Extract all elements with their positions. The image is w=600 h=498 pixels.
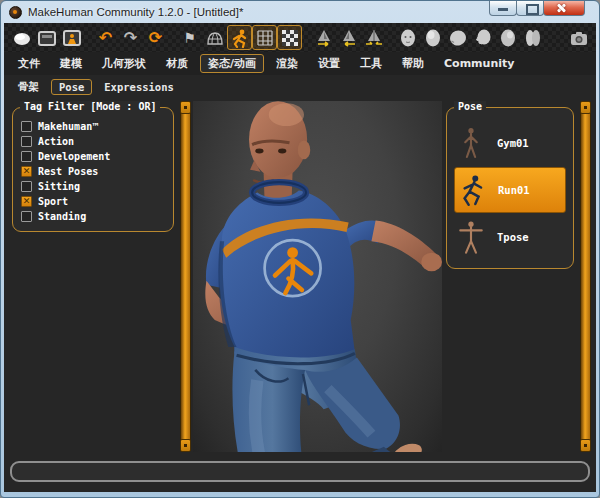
symmetry-icon xyxy=(364,28,384,48)
tag-filter-option-action[interactable]: ✕ Action xyxy=(20,134,166,149)
grid-toggle-icon xyxy=(255,28,275,48)
symmetry-right-button[interactable] xyxy=(311,25,336,50)
ears-icon xyxy=(523,28,543,48)
left-panel-slider[interactable] xyxy=(180,101,191,452)
reset-icon: ⟳ xyxy=(149,30,162,46)
pose-thumbnail-gym01-icon xyxy=(457,122,485,164)
redo-icon: ↷ xyxy=(124,30,137,46)
undo-icon: ↶ xyxy=(99,30,112,46)
slider-handle-icon[interactable] xyxy=(180,101,191,114)
pose-panel-title: Pose xyxy=(454,101,486,112)
pose-toggle-button[interactable] xyxy=(227,25,252,50)
face-front-icon xyxy=(398,28,418,48)
checkbox-icon[interactable]: ✕ xyxy=(21,166,32,177)
pose-item-tpose[interactable]: Tpose xyxy=(454,214,566,260)
viewport-3d[interactable] xyxy=(193,101,442,452)
status-area xyxy=(4,455,596,492)
progress-bar xyxy=(10,461,590,482)
tag-filter-option-developement[interactable]: ✕ Developement xyxy=(20,149,166,164)
window-title: MakeHuman Community 1.2.0 - [Untitled]* xyxy=(28,6,243,18)
pose-thumbnail-run01-icon xyxy=(458,169,486,211)
head-three-quarter-icon xyxy=(448,28,468,48)
checkbox-icon[interactable]: ✕ xyxy=(21,121,32,132)
tag-filter-option-rest-poses[interactable]: ✕ Rest Poses xyxy=(20,164,166,179)
tag-filter-title: Tag Filter [Mode : OR] xyxy=(20,101,160,112)
symmetry-left-icon xyxy=(339,28,359,48)
tab-community[interactable]: Community xyxy=(436,55,522,72)
new-mesh-button[interactable] xyxy=(9,25,34,50)
content-area: Tag Filter [Mode : OR] ✕ Makehuman™ ✕ Ac… xyxy=(4,98,596,455)
face-front-view-button[interactable] xyxy=(395,25,420,50)
wireframe-button[interactable] xyxy=(202,25,227,50)
tab-materials[interactable]: 材质 xyxy=(158,54,196,73)
pose-toggle-icon xyxy=(230,28,250,48)
checkbox-icon[interactable]: ✕ xyxy=(21,181,32,192)
minimize-button[interactable] xyxy=(489,1,517,16)
undo-button[interactable]: ↶ xyxy=(93,25,118,50)
slider-handle-icon[interactable] xyxy=(180,439,191,452)
smooth-toggle-button[interactable] xyxy=(277,25,302,50)
screenshot-camera-icon xyxy=(569,28,589,48)
right-panel-slider[interactable] xyxy=(580,101,591,452)
head-profile-view-button[interactable] xyxy=(470,25,495,50)
main-tab-bar: 文件 建模 几何形状 材质 姿态/动画 渲染 设置 工具 帮助 Communit… xyxy=(4,52,596,75)
tab-rendering[interactable]: 渲染 xyxy=(268,54,306,73)
load-button[interactable] xyxy=(34,25,59,50)
pose-item-gym01[interactable]: Gym01 xyxy=(454,120,566,166)
tag-filter-option-sport[interactable]: ✕ Sport xyxy=(20,194,166,209)
main-toolbar: ↶ ↷ ⟳ ⚑ xyxy=(4,23,596,52)
right-panel: Pose Gym01 xyxy=(442,100,578,453)
flag-button[interactable]: ⚑ xyxy=(177,25,202,50)
checkbox-icon[interactable]: ✕ xyxy=(21,211,32,222)
checkbox-icon[interactable]: ✕ xyxy=(21,151,32,162)
tag-filter-option-sitting[interactable]: ✕ Sitting xyxy=(20,179,166,194)
wireframe-icon xyxy=(205,28,225,48)
ears-view-button[interactable] xyxy=(520,25,545,50)
checkbox-icon[interactable]: ✕ xyxy=(21,136,32,147)
tag-filter-option-standing[interactable]: ✕ Standing xyxy=(20,209,166,224)
pose-thumbnail-tpose-icon xyxy=(457,216,485,258)
checkbox-icon[interactable]: ✕ xyxy=(21,196,32,207)
slider-handle-icon[interactable] xyxy=(580,439,591,452)
tab-help[interactable]: 帮助 xyxy=(394,54,432,73)
head-top-icon xyxy=(423,28,443,48)
head-three-quarter-view-button[interactable] xyxy=(445,25,470,50)
tab-pose-animate[interactable]: 姿态/动画 xyxy=(200,54,264,73)
grid-toggle-button[interactable] xyxy=(252,25,277,50)
tab-file[interactable]: 文件 xyxy=(10,54,48,73)
tab-utilities[interactable]: 工具 xyxy=(352,54,390,73)
left-panel: Tag Filter [Mode : OR] ✕ Makehuman™ ✕ Ac… xyxy=(8,100,178,453)
app-frame: ↶ ↷ ⟳ ⚑ xyxy=(4,23,596,492)
symmetry-left-button[interactable] xyxy=(336,25,361,50)
window-controls xyxy=(490,1,585,16)
slider-handle-icon[interactable] xyxy=(580,101,591,114)
tab-settings[interactable]: 设置 xyxy=(310,54,348,73)
screenshot-button[interactable] xyxy=(566,25,591,50)
subtab-pose[interactable]: Pose xyxy=(51,79,92,95)
tab-geometries[interactable]: 几何形状 xyxy=(94,54,154,73)
reset-button[interactable]: ⟳ xyxy=(143,25,168,50)
tag-filter-group: Tag Filter [Mode : OR] ✕ Makehuman™ ✕ Ac… xyxy=(12,107,174,232)
app-logo-icon xyxy=(9,6,22,19)
pose-item-run01[interactable]: Run01 xyxy=(454,167,566,213)
app-window: MakeHuman Community 1.2.0 - [Untitled]* xyxy=(0,0,600,498)
close-button[interactable] xyxy=(543,1,585,16)
symmetry-button[interactable] xyxy=(361,25,386,50)
symmetry-right-icon xyxy=(314,28,334,48)
tab-modelling[interactable]: 建模 xyxy=(52,54,90,73)
flag-icon: ⚑ xyxy=(183,31,196,45)
load-icon xyxy=(37,28,57,48)
pose-group: Pose Gym01 xyxy=(446,107,574,269)
save-icon xyxy=(62,28,82,48)
head-back-view-button[interactable] xyxy=(495,25,520,50)
subtab-expressions[interactable]: Expressions xyxy=(96,79,182,95)
tag-filter-option-makehuman[interactable]: ✕ Makehuman™ xyxy=(20,119,166,134)
maximize-button[interactable] xyxy=(516,1,544,16)
new-mesh-icon xyxy=(12,28,32,48)
subtab-skeleton[interactable]: 骨架 xyxy=(10,78,47,96)
smooth-toggle-icon xyxy=(280,28,300,48)
head-profile-icon xyxy=(473,28,493,48)
save-button[interactable] xyxy=(59,25,84,50)
redo-button[interactable]: ↷ xyxy=(118,25,143,50)
head-top-view-button[interactable] xyxy=(420,25,445,50)
